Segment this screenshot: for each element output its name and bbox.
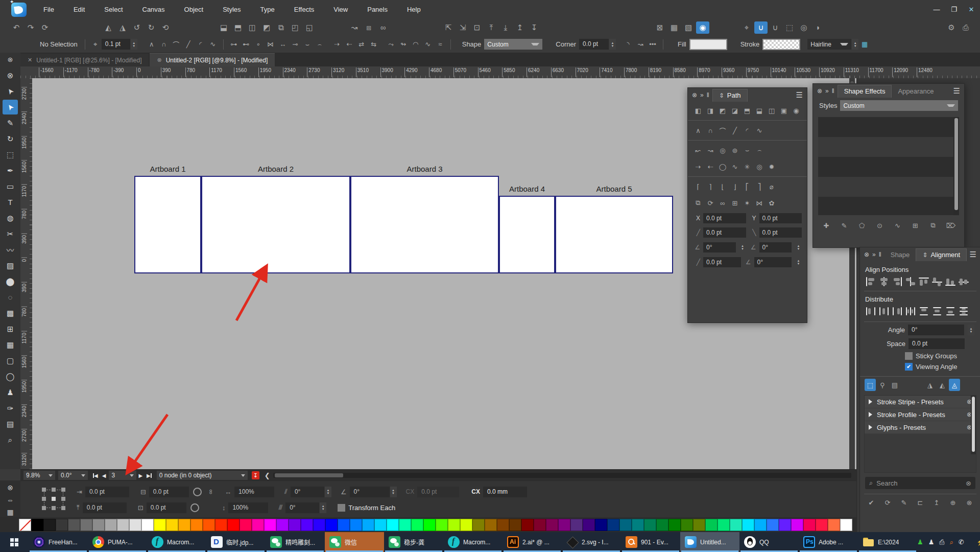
reverse-path-icon[interactable]: ⇆ bbox=[368, 38, 379, 51]
tray-qq-icon[interactable]: ♟ bbox=[928, 538, 935, 546]
trim-icon[interactable]: ◰ bbox=[289, 21, 302, 34]
taskbar-app-11[interactable]: 901 - Ev... bbox=[621, 532, 680, 552]
color-swatch-10[interactable] bbox=[141, 519, 154, 531]
taskbar-app-1[interactable]: FreeHan... bbox=[29, 532, 88, 552]
color-swatch-24[interactable] bbox=[313, 519, 325, 531]
width-proportional-radio[interactable] bbox=[193, 488, 202, 496]
bevel-corner-icon[interactable]: ↝ bbox=[635, 38, 646, 51]
space-field[interactable]: 0.0 pt bbox=[909, 338, 965, 349]
color-swatch-14[interactable] bbox=[190, 519, 203, 531]
seg-corner-icon[interactable]: ∧ bbox=[692, 124, 704, 136]
loop-path-icon[interactable]: ↬ bbox=[398, 38, 409, 51]
color-swatch-52[interactable] bbox=[656, 519, 668, 531]
subtract-icon[interactable]: ⬒ bbox=[231, 21, 245, 34]
tray-phone-icon[interactable]: ✆ bbox=[959, 538, 964, 546]
color-swatch-4[interactable] bbox=[68, 519, 80, 531]
color-swatch-64[interactable] bbox=[803, 519, 816, 531]
seg-line-icon[interactable]: ╱ bbox=[729, 124, 740, 136]
calligraphy-tool[interactable]: ✑ bbox=[3, 401, 18, 416]
color-swatch-38[interactable] bbox=[485, 519, 497, 531]
color-blend-icon[interactable]: ◉ bbox=[696, 21, 709, 34]
apply-icon[interactable]: ✔ bbox=[866, 496, 877, 509]
round-corner-icon[interactable]: ◝ bbox=[623, 38, 634, 51]
path-exclude-icon[interactable]: ◪ bbox=[729, 104, 740, 117]
pattern-tool[interactable]: ▦ bbox=[3, 337, 18, 352]
menu-help[interactable]: Help bbox=[397, 0, 431, 19]
color-swatch-54[interactable] bbox=[681, 519, 693, 531]
distribute-space-v-icon[interactable] bbox=[958, 306, 969, 316]
tab-close-icon[interactable]: ⊗ bbox=[157, 57, 161, 63]
path-field-value[interactable]: 0.0 pt bbox=[703, 257, 741, 267]
minimize-button[interactable]: — bbox=[928, 0, 945, 19]
color-swatch-35[interactable] bbox=[448, 519, 460, 531]
color-swatch-44[interactable] bbox=[558, 519, 570, 531]
target-icon[interactable]: ◎ bbox=[797, 21, 810, 34]
taskbar-app-8[interactable]: Macrom... bbox=[443, 532, 503, 552]
stroke-width-field[interactable]: 0.1 pt bbox=[102, 39, 130, 50]
cx-field[interactable]: 0.0 mm bbox=[483, 487, 527, 497]
taskbar-app-3[interactable]: Macrom... bbox=[147, 532, 206, 552]
color-swatch-59[interactable] bbox=[742, 519, 754, 531]
preset-row-1[interactable]: Stroke Stripe - Presets⊗ bbox=[865, 396, 976, 408]
color-swatch-20[interactable] bbox=[264, 519, 276, 531]
revert-icon[interactable]: ⟳ bbox=[38, 21, 52, 34]
color-swatch-7[interactable] bbox=[105, 519, 117, 531]
path-field-value[interactable]: 0.0 pt bbox=[759, 227, 802, 238]
grid-tool[interactable]: ⊞ bbox=[3, 321, 18, 336]
align-center-v-icon[interactable] bbox=[958, 277, 969, 287]
color-swatch-50[interactable] bbox=[632, 519, 644, 531]
taskbar-app-6[interactable]: 微信 bbox=[325, 532, 384, 552]
swap-direction-icon[interactable]: ⇄ bbox=[356, 38, 367, 51]
artboard-number-dropdown[interactable]: 3 bbox=[109, 471, 136, 480]
expand-icon[interactable]: ⧈ bbox=[362, 21, 375, 34]
color-swatch-67[interactable] bbox=[840, 519, 852, 531]
stroke-style-stepper[interactable]: ▲▼ bbox=[852, 39, 858, 50]
color-swatch-55[interactable] bbox=[693, 519, 705, 531]
search-clear-icon[interactable]: ⊗ bbox=[966, 479, 971, 487]
seg-s-curve-icon[interactable]: ∿ bbox=[754, 124, 765, 136]
shape-builder-icon[interactable]: ◗ bbox=[811, 21, 825, 34]
toolbox-close-icon[interactable]: ⊗ bbox=[3, 68, 18, 83]
add-effect-icon[interactable]: ✚ bbox=[821, 219, 832, 232]
import-icon[interactable]: ⇱ bbox=[442, 21, 455, 34]
panel-collapse-icon[interactable]: » bbox=[825, 87, 829, 95]
line-segment-icon[interactable]: ╱ bbox=[183, 38, 194, 51]
panel-collapse-icon[interactable]: » bbox=[700, 91, 704, 99]
menu-panels[interactable]: Panels bbox=[357, 0, 397, 19]
ellipse-tool[interactable]: ⬤ bbox=[3, 274, 18, 289]
edit-preset-icon[interactable]: ✎ bbox=[898, 496, 910, 509]
rotate-copy-icon[interactable]: ⟳ bbox=[705, 197, 716, 209]
fx-tab-appearance[interactable]: Appearance bbox=[892, 85, 940, 97]
export-icon[interactable]: ⇲ bbox=[456, 21, 469, 34]
fill-swatch[interactable] bbox=[689, 39, 727, 50]
connect-nodes-icon[interactable]: ⊶ bbox=[228, 38, 240, 51]
path-field-value[interactable]: 0° bbox=[759, 242, 792, 252]
document-tab-1[interactable]: ✕Untitled-1 [RGB] [@25.6%] - [Modified] bbox=[20, 54, 149, 66]
globe-tool[interactable]: ◍ bbox=[3, 211, 18, 225]
corner-segment-icon[interactable]: ∧ bbox=[146, 38, 157, 51]
angle-field[interactable]: 0° bbox=[908, 325, 964, 335]
preset-row-3[interactable]: Glyphs - Presets⊗ bbox=[865, 421, 976, 434]
align-bottom-icon[interactable] bbox=[945, 277, 956, 287]
height-field[interactable]: 0.0 pt bbox=[147, 502, 186, 513]
effects-list-row[interactable] bbox=[818, 197, 959, 215]
path-field-value[interactable]: 0° bbox=[703, 242, 736, 252]
skew-v-stepper[interactable]: ▲▼ bbox=[320, 502, 326, 513]
taskbar-app-9[interactable]: 2.ai* @ ... bbox=[503, 532, 562, 552]
clone-icon[interactable]: ⧉ bbox=[692, 197, 704, 209]
panel-collapse-icon[interactable]: » bbox=[872, 251, 876, 258]
taskbar-app-7[interactable]: 稳步-龚 bbox=[384, 532, 443, 552]
split-nodes-icon[interactable]: ⊷ bbox=[241, 38, 252, 51]
wave-op-icon[interactable]: ∿ bbox=[729, 160, 740, 173]
color-swatch-19[interactable] bbox=[252, 519, 264, 531]
link-paths-icon[interactable]: ∞ bbox=[717, 197, 728, 209]
color-swatch-39[interactable] bbox=[497, 519, 509, 531]
selection-info-dropdown[interactable]: 0 node (in 0 object) bbox=[157, 471, 248, 480]
color-swatch-53[interactable] bbox=[668, 519, 681, 531]
insert-node-icon[interactable]: ∘ bbox=[253, 38, 264, 51]
color-swatch-13[interactable] bbox=[178, 519, 190, 531]
corner-br-icon[interactable]: ⌋ bbox=[729, 180, 740, 193]
corner-bl-icon[interactable]: ⌊ bbox=[717, 180, 728, 193]
distribute-center-v-icon[interactable] bbox=[931, 306, 943, 316]
sticky-groups-checkbox[interactable] bbox=[905, 352, 913, 360]
